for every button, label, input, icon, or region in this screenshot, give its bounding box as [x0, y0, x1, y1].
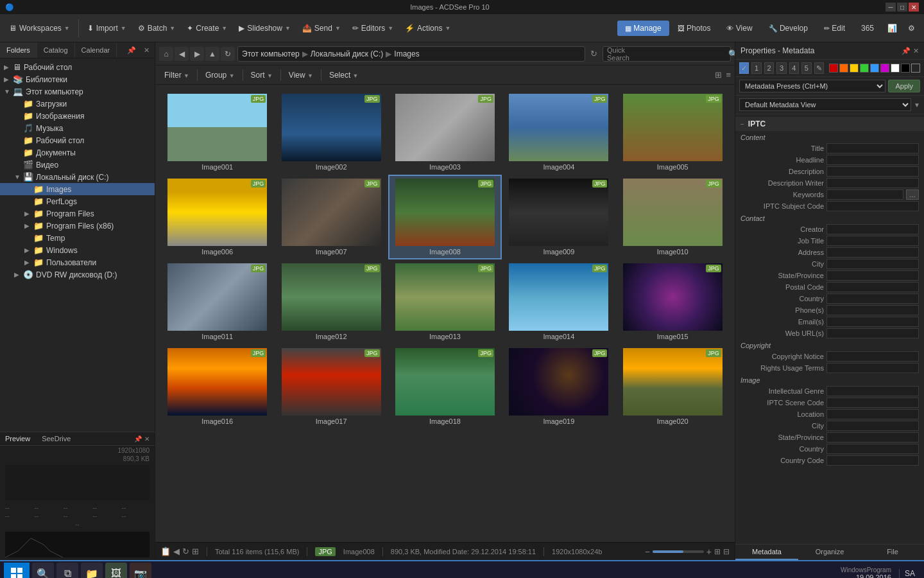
- swatch-purple[interactable]: [880, 64, 889, 73]
- start-btn[interactable]: [4, 563, 30, 578]
- thumb-item-img009[interactable]: JPG Image009: [502, 175, 615, 259]
- city-field[interactable]: [826, 259, 919, 269]
- send-btn[interactable]: 📤 Send ▼: [297, 21, 346, 35]
- copyright-notice-field[interactable]: [826, 351, 919, 362]
- nav-refresh[interactable]: ↻: [221, 47, 235, 61]
- tree-music[interactable]: 🎵 Музыка: [0, 122, 155, 134]
- taskbar-search-btn[interactable]: 🔍: [32, 563, 54, 578]
- editors-btn[interactable]: ✏ Editors ▼: [347, 21, 398, 35]
- tree-video[interactable]: 🎬 Видео: [0, 159, 155, 171]
- window-controls[interactable]: ─ □ ✕: [886, 3, 919, 12]
- nav-up[interactable]: ▲: [205, 47, 219, 61]
- swatch-white[interactable]: [891, 64, 900, 73]
- taskbar-camera[interactable]: 📷: [130, 563, 151, 578]
- right-close-btn[interactable]: ✕: [913, 47, 919, 55]
- img-state-field[interactable]: [826, 432, 919, 442]
- meta-check-btn[interactable]: ✓: [739, 62, 749, 74]
- taskbar-task-view[interactable]: ⧉: [56, 563, 78, 578]
- mode-view[interactable]: 👁 View: [719, 21, 760, 36]
- thumb-item-img008[interactable]: JPG Image008: [388, 175, 502, 259]
- tree-program-files-x86[interactable]: ▶ 📁 Program Files (x86): [0, 220, 155, 232]
- search-input[interactable]: [632, 49, 728, 58]
- zoom-out-btn[interactable]: −: [645, 547, 650, 557]
- tree-temp[interactable]: 📁 Temp: [0, 232, 155, 244]
- tree-computer[interactable]: ▼ 💻 Этот компьютер: [0, 85, 155, 98]
- phone-field[interactable]: [826, 305, 919, 315]
- preview-close-btn[interactable]: ✕: [144, 435, 150, 442]
- import-btn[interactable]: ⬇ Import ▼: [82, 21, 132, 35]
- thumb-item-img015[interactable]: JPG Image015: [616, 259, 730, 344]
- nav-back[interactable]: ◀: [175, 47, 189, 61]
- tree-program-files[interactable]: ▶ 📁 Program Files: [0, 207, 155, 220]
- view-btn[interactable]: View ▼: [284, 69, 318, 81]
- thumb-item-img020[interactable]: JPG Image020: [616, 344, 730, 429]
- thumb-item-img018[interactable]: JPG Image018: [388, 344, 502, 429]
- iptc-header[interactable]: − IPTC: [735, 117, 924, 131]
- panel-pin-btn[interactable]: 📌: [124, 45, 139, 56]
- rfooter-organize[interactable]: Organize: [798, 545, 861, 560]
- tab-folders[interactable]: Folders: [0, 42, 37, 58]
- country-code-field[interactable]: [826, 455, 919, 466]
- weburl-field[interactable]: [826, 328, 919, 338]
- img-country-field[interactable]: [826, 444, 919, 454]
- tree-desktop[interactable]: ▶ 🖥 Рабочий стол: [0, 61, 155, 73]
- swatch-outline[interactable]: [911, 64, 920, 73]
- zoom-in-btn[interactable]: +: [706, 547, 712, 557]
- keywords-btn[interactable]: …: [906, 189, 919, 200]
- mode-photos[interactable]: 🖼 Photos: [670, 21, 719, 36]
- close-btn[interactable]: ✕: [909, 3, 919, 12]
- tree-dvd[interactable]: ▶ 💿 DVD RW дисковод (D:): [0, 268, 155, 281]
- thumb-item-img014[interactable]: JPG Image014: [502, 259, 615, 344]
- slideshow-btn[interactable]: ▶ Slideshow ▼: [234, 21, 296, 35]
- nav-forward[interactable]: ▶: [190, 47, 204, 61]
- thumb-item-img002[interactable]: JPG Image002: [274, 90, 388, 175]
- apply-button[interactable]: Apply: [888, 80, 920, 92]
- refresh-btn[interactable]: ↻: [588, 49, 600, 58]
- nav-home[interactable]: ⌂: [159, 47, 173, 61]
- preset-select[interactable]: Metadata Presets (Ctrl+M): [739, 80, 886, 92]
- swatch-green[interactable]: [860, 64, 869, 73]
- thumb-item-img005[interactable]: JPG Image005: [616, 90, 730, 175]
- tree-local-disk[interactable]: ▼ 💾 Локальный диск (C:): [0, 171, 155, 183]
- description-field[interactable]: [826, 166, 919, 177]
- swatch-orange[interactable]: [839, 64, 848, 73]
- thumb-item-img016[interactable]: JPG Image016: [160, 344, 274, 429]
- thumb-item-img012[interactable]: JPG Image012: [274, 259, 388, 344]
- mode-edit[interactable]: ✏ Edit: [816, 21, 853, 36]
- filter-btn[interactable]: Filter ▼: [159, 69, 194, 81]
- rights-field[interactable]: [826, 363, 919, 373]
- actions-btn[interactable]: ⚡ Actions ▼: [400, 21, 456, 35]
- thumb-item-img019[interactable]: JPG Image019: [502, 344, 615, 429]
- maximize-btn[interactable]: □: [897, 3, 907, 12]
- meta-icon-2[interactable]: 2: [764, 62, 774, 74]
- mode-stats[interactable]: 📊: [882, 21, 902, 36]
- meta-icon-1[interactable]: 1: [751, 62, 761, 74]
- group-btn[interactable]: Group ▼: [200, 69, 240, 81]
- swatch-blue[interactable]: [870, 64, 879, 73]
- tree-documents[interactable]: 📁 Документы: [0, 146, 155, 159]
- jobtitle-field[interactable]: [826, 236, 919, 246]
- scene-field[interactable]: [826, 398, 919, 408]
- tree-libraries[interactable]: ▶ 📚 Библиотеки: [0, 73, 155, 85]
- tree-users[interactable]: ▶ 📁 Пользователи: [0, 256, 155, 268]
- address-field[interactable]: [826, 247, 919, 258]
- layout-btn-2[interactable]: ≡: [726, 70, 731, 80]
- meta-icon-3[interactable]: 3: [776, 62, 786, 74]
- select-btn[interactable]: Select ▼: [324, 69, 364, 81]
- panel-close-btn[interactable]: ✕: [141, 45, 152, 56]
- img-city-field[interactable]: [826, 421, 919, 431]
- address-path[interactable]: Этот компьютер ▶ Локальный диск (C:) ▶ I…: [237, 46, 585, 62]
- postal-field[interactable]: [826, 282, 919, 292]
- mode-manage[interactable]: ▦ Manage: [617, 21, 669, 36]
- genre-field[interactable]: [826, 386, 919, 396]
- swatch-yellow[interactable]: [850, 64, 859, 73]
- location-field[interactable]: [826, 409, 919, 419]
- tab-seedrive[interactable]: SeeDrive: [42, 435, 71, 442]
- thumb-item-img010[interactable]: JPG Image010: [616, 175, 730, 259]
- tree-images-lib[interactable]: 📁 Изображения: [0, 110, 155, 122]
- email-field[interactable]: [826, 317, 919, 327]
- mode-settings[interactable]: ⚙: [903, 21, 920, 36]
- zoom-bar[interactable]: [653, 550, 704, 553]
- desc-writer-field[interactable]: [826, 178, 919, 188]
- mode-365[interactable]: 365: [853, 21, 882, 36]
